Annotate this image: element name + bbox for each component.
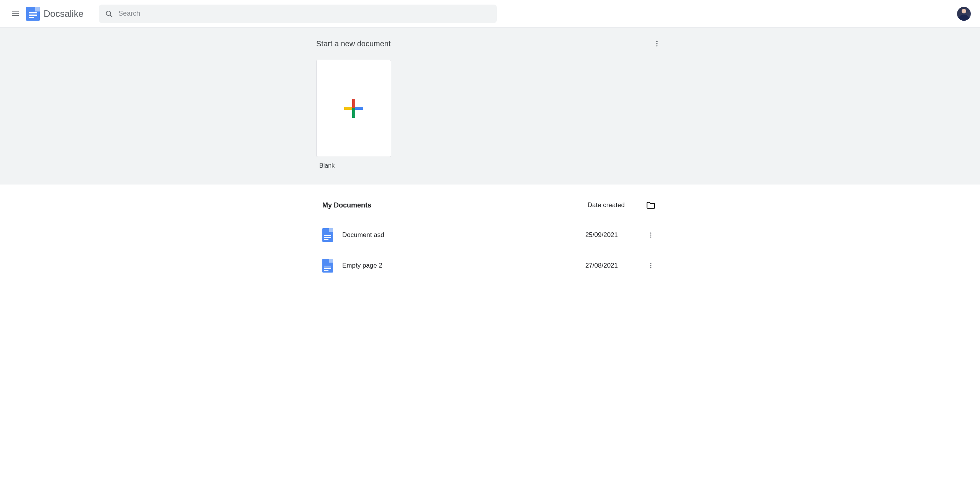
svg-point-9	[650, 265, 652, 266]
document-row[interactable]: Document asd 25/09/2021	[320, 223, 660, 247]
main-menu-button[interactable]	[6, 5, 24, 23]
svg-point-4	[656, 45, 657, 46]
svg-point-5	[650, 232, 652, 234]
svg-point-2	[656, 41, 657, 42]
hamburger-icon	[11, 9, 20, 18]
docs-logo-icon	[26, 7, 40, 21]
document-icon	[322, 259, 333, 273]
template-thumbnail	[316, 60, 391, 157]
search-container	[99, 5, 497, 23]
folder-button[interactable]	[644, 198, 658, 212]
more-vertical-icon	[653, 40, 661, 47]
svg-point-3	[656, 43, 657, 44]
templates-title: Start a new document	[316, 39, 391, 48]
svg-line-1	[110, 15, 112, 16]
search-bar[interactable]	[99, 5, 497, 23]
user-avatar[interactable]	[957, 7, 971, 21]
template-blank[interactable]: Blank	[316, 60, 391, 169]
document-date: 25/09/2021	[585, 231, 618, 239]
app-logo[interactable]: Docsalike	[26, 7, 83, 21]
documents-header: My Documents Date created	[320, 198, 660, 212]
document-options-button[interactable]	[644, 259, 658, 273]
svg-point-6	[650, 235, 652, 236]
search-input[interactable]	[118, 10, 491, 18]
folder-icon	[646, 200, 656, 210]
svg-point-0	[106, 11, 111, 15]
document-row[interactable]: Empty page 2 27/08/2021	[320, 253, 660, 278]
svg-point-8	[650, 263, 652, 264]
svg-point-10	[650, 267, 652, 268]
document-options-button[interactable]	[644, 228, 658, 242]
svg-point-7	[650, 237, 652, 238]
plus-icon	[344, 99, 363, 118]
search-icon	[105, 10, 113, 18]
sort-button[interactable]: Date created	[588, 201, 625, 209]
document-name: Document asd	[342, 231, 576, 239]
app-header: Docsalike	[0, 0, 980, 28]
templates-options-button[interactable]	[650, 37, 664, 51]
more-vertical-icon	[647, 262, 654, 269]
template-label: Blank	[319, 162, 391, 169]
templates-section: Start a new document Blank	[0, 28, 980, 185]
document-name: Empty page 2	[342, 262, 576, 270]
templates-header: Start a new document	[316, 37, 664, 51]
app-title: Docsalike	[44, 8, 83, 19]
more-vertical-icon	[647, 232, 654, 238]
documents-section: My Documents Date created Document asd 2…	[0, 185, 980, 298]
document-date: 27/08/2021	[585, 262, 618, 270]
documents-title: My Documents	[322, 201, 588, 209]
document-icon	[322, 228, 333, 242]
